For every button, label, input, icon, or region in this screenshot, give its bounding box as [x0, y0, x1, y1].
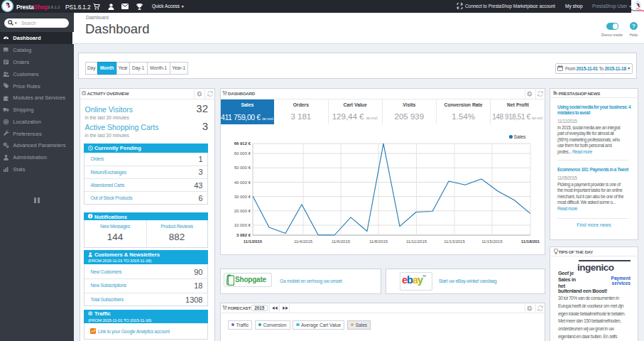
svg-text:11/8/2015: 11/8/2015 — [369, 239, 388, 244]
svg-text:11/13/2015: 11/13/2015 — [444, 239, 465, 244]
svg-text:Sales: Sales — [514, 134, 527, 139]
svg-text:30 000 €: 30 000 € — [234, 195, 251, 199]
svg-text:60 000 €: 60 000 € — [234, 151, 251, 156]
svg-text:3 082 €: 3 082 € — [236, 233, 251, 237]
svg-text:11/4/2015: 11/4/2015 — [294, 239, 313, 244]
svg-text:11/18/201: 11/18/201 — [521, 239, 540, 244]
svg-text:50 000 €: 50 000 € — [234, 166, 251, 170]
svg-text:40 000 €: 40 000 € — [234, 180, 251, 185]
svg-text:11/6/2015: 11/6/2015 — [332, 239, 351, 244]
svg-text:11/11/2015: 11/11/2015 — [406, 239, 427, 244]
svg-text:10 000 €: 10 000 € — [234, 223, 251, 227]
svg-text:11/1/2015: 11/1/2015 — [244, 239, 263, 244]
svg-text:66 912 €: 66 912 € — [234, 141, 251, 146]
svg-text:20 000 €: 20 000 € — [234, 209, 251, 213]
svg-text:11/15/2015: 11/15/2015 — [481, 239, 503, 244]
